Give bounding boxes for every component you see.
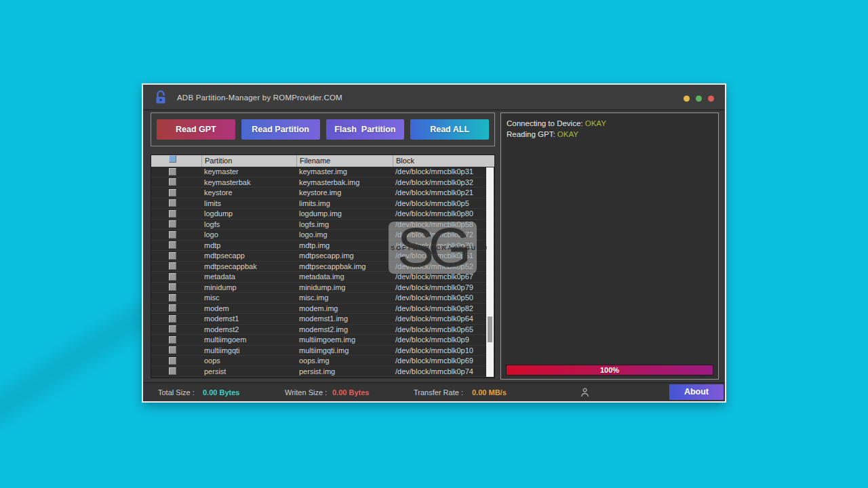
table-row[interactable]: keymaster keymaster.img /dev/block/mmcbl… [151, 167, 494, 178]
watermark-text: SOFTWARECRACKGURU [391, 245, 477, 251]
scrollbar-thumb[interactable] [488, 317, 492, 342]
table-row[interactable]: minidump minidump.img /dev/block/mmcblk0… [151, 283, 494, 293]
about-button[interactable]: About [669, 384, 724, 400]
row-checkbox[interactable] [169, 252, 176, 260]
table-scrollbar[interactable] [486, 167, 494, 377]
title-bar: ADB Partition-Manager by ROMProvider.COM [143, 85, 725, 110]
cell-filename: mdtpsecapp.img [296, 251, 393, 260]
cell-filename: logdump.img [296, 209, 393, 218]
log-label: Reading GPT: [507, 130, 555, 138]
cell-partition: oops [201, 357, 296, 365]
table-row[interactable]: keystore keystore.img /dev/block/mmcblk0… [151, 188, 494, 199]
progress-bar: 100% [506, 365, 713, 375]
column-header-filename[interactable]: Filename [296, 155, 393, 167]
row-checkbox[interactable] [169, 241, 176, 249]
cell-block: /dev/block/mmcblk0p69 [393, 357, 494, 365]
table-row[interactable]: limits limits.img /dev/block/mmcblk0p5 [151, 199, 494, 209]
row-checkbox[interactable] [169, 367, 176, 375]
row-checkbox[interactable] [169, 168, 176, 176]
cell-partition: misc [201, 293, 296, 302]
table-row[interactable]: modem modem.img /dev/block/mmcblk0p82 [151, 304, 494, 314]
row-checkbox[interactable] [169, 283, 176, 291]
cell-partition: modem [201, 304, 296, 312]
row-checkbox[interactable] [169, 199, 176, 207]
table-row[interactable]: multiimgqti multiimgqti.img /dev/block/m… [151, 346, 494, 357]
table-row[interactable]: keymasterbak keymasterbak.img /dev/block… [151, 178, 494, 188]
cell-filename: modemst2.img [296, 325, 393, 333]
row-checkbox[interactable] [169, 294, 176, 302]
cell-filename: oops.img [296, 357, 393, 365]
row-checkbox[interactable] [169, 231, 176, 239]
toolbar-button-flash-partition[interactable]: Flash Partition [326, 119, 405, 140]
cell-partition: multiimgqti [201, 346, 296, 354]
row-checkbox[interactable] [169, 357, 176, 365]
cell-filename: logo.img [296, 230, 393, 239]
cell-block: /dev/block/mmcblk0p50 [393, 293, 494, 302]
table-row[interactable]: persist persist.img /dev/block/mmcblk0p7… [151, 367, 494, 378]
cell-block: /dev/block/mmcblk0p64 [393, 314, 494, 323]
cell-filename: modem.img [296, 304, 393, 312]
cell-filename: misc.img [296, 293, 393, 302]
row-checkbox[interactable] [169, 346, 176, 354]
cell-filename: persist.img [296, 367, 393, 375]
cell-filename: limits.img [296, 199, 393, 207]
lock-icon [155, 90, 166, 107]
select-all-checkbox[interactable] [169, 155, 176, 163]
log-line: Reading GPT: OKAY [507, 129, 713, 140]
log-status: OKAY [557, 130, 578, 138]
row-checkbox[interactable] [169, 178, 176, 186]
cell-partition: keystore [201, 188, 296, 197]
cell-partition: multiimgoem [201, 336, 296, 344]
table-row[interactable]: misc misc.img /dev/block/mmcblk0p50 [151, 293, 494, 304]
cell-block: /dev/block/mmcblk0p65 [393, 325, 494, 333]
transfer-rate-value: 0.00 MB/s [472, 388, 507, 396]
toolbar-button-read-partition[interactable]: Read Partition [241, 119, 320, 140]
row-checkbox[interactable] [169, 325, 176, 333]
log-panel: Connecting to Device: OKAY Reading GPT: … [500, 113, 719, 380]
toolbar-button-read-gpt[interactable]: Read GPT [157, 119, 235, 140]
cell-filename: multiimgqti.img [296, 346, 393, 354]
log-line: Connecting to Device: OKAY [507, 118, 713, 129]
table-row[interactable]: modemst1 modemst1.img /dev/block/mmcblk0… [151, 314, 494, 325]
maximize-dot-icon[interactable] [696, 96, 702, 102]
cell-filename: mdtp.img [296, 241, 393, 249]
close-dot-icon[interactable] [708, 96, 714, 102]
cell-partition: mdtpsecappbak [201, 262, 296, 270]
toolbar-button-label: Flash Partition [334, 125, 395, 134]
progress-label: 100% [600, 366, 619, 374]
written-size-label: Writen Size : [285, 388, 327, 396]
row-checkbox[interactable] [169, 304, 176, 312]
cell-partition: keymasterbak [201, 178, 296, 186]
column-header-partition[interactable]: Partition [201, 155, 296, 167]
total-size-value: 0.00 Bytes [203, 388, 239, 396]
cell-filename: multiimgoem.img [296, 336, 393, 344]
cell-block: /dev/block/mmcblk0p32 [393, 178, 494, 186]
table-row[interactable]: multiimgoem multiimgoem.img /dev/block/m… [151, 335, 494, 346]
total-size-label: Total Size : [158, 388, 195, 396]
row-checkbox[interactable] [169, 336, 176, 344]
minimize-dot-icon[interactable] [684, 96, 690, 102]
cell-partition: mdtp [201, 241, 296, 249]
background-watermark-stripe [0, 298, 158, 433]
toolbar-button-read-all[interactable]: Read ALL [410, 119, 489, 140]
table-row[interactable]: persistbak persistbak.img /dev/block/mmc… [151, 377, 494, 378]
row-checkbox[interactable] [169, 189, 176, 197]
cell-block: /dev/block/mmcblk0p74 [393, 367, 494, 375]
table-row[interactable]: modemst2 modemst2.img /dev/block/mmcblk0… [151, 325, 494, 336]
toolbar: Read GPT Read Partition Flash Partition … [151, 113, 495, 146]
table-header: Partition Filename Block [151, 155, 494, 167]
row-checkbox[interactable] [169, 262, 176, 270]
cell-partition: mdtpsecapp [201, 251, 296, 260]
cell-block: /dev/block/mmcblk0p79 [393, 283, 494, 291]
table-row[interactable]: oops oops.img /dev/block/mmcblk0p69 [151, 356, 494, 367]
cell-partition: logdump [201, 209, 296, 218]
row-checkbox[interactable] [169, 220, 176, 228]
cell-filename: metadata.img [296, 272, 393, 281]
row-checkbox[interactable] [169, 210, 176, 218]
row-checkbox[interactable] [169, 315, 176, 323]
cell-partition: modemst1 [201, 314, 296, 323]
column-header-block[interactable]: Block [393, 155, 494, 167]
cell-filename: keymaster.img [296, 167, 393, 176]
transfer-rate-label: Transfer Rate : [414, 388, 463, 396]
row-checkbox[interactable] [169, 273, 176, 281]
